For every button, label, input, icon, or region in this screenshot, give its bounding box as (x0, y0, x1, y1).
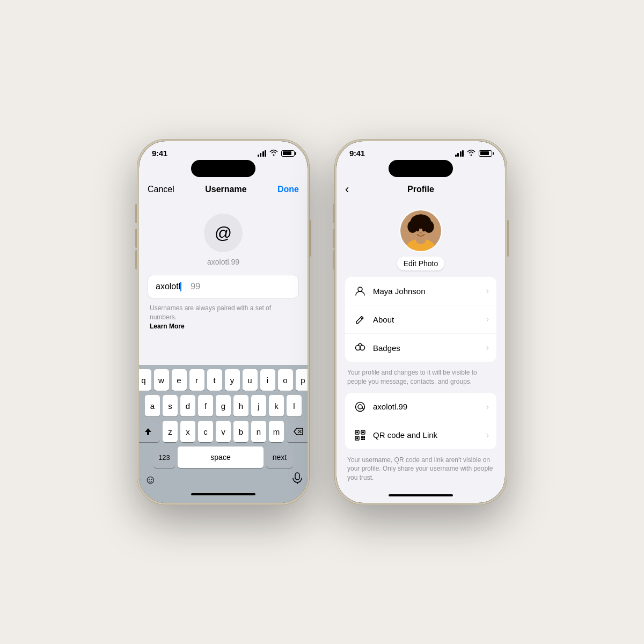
key-b[interactable]: b (233, 421, 248, 442)
key-g[interactable]: g (216, 395, 231, 416)
svg-rect-26 (361, 438, 363, 440)
profile-qr-label: QR code and Link (373, 430, 486, 440)
key-c[interactable]: c (198, 421, 213, 442)
wifi-icon-1 (269, 149, 278, 157)
profile-hint-1: Your profile and changes to it will be v… (336, 365, 505, 393)
key-j[interactable]: j (251, 395, 266, 416)
svg-point-9 (413, 215, 429, 225)
learn-more-link[interactable]: Learn More (150, 323, 185, 330)
key-q[interactable]: q (139, 369, 151, 391)
back-button[interactable]: ‹ (345, 182, 349, 196)
keyboard: q w e r t y u i o p a s (139, 365, 308, 503)
wifi-icon-2 (467, 149, 475, 157)
key-h[interactable]: h (233, 395, 248, 416)
edit-photo-button[interactable]: Edit Photo (397, 257, 445, 270)
phone-username: 9:41 (137, 140, 309, 504)
status-icons-1 (258, 149, 295, 157)
key-s[interactable]: s (163, 395, 178, 416)
key-z[interactable]: z (163, 421, 178, 442)
username-input-value: axolotl (156, 282, 180, 291)
status-bar-2: 9:41 (336, 141, 505, 160)
profile-list-2: axolotl.99 › (345, 393, 496, 449)
person-icon (353, 283, 368, 298)
profile-hint-2: Your username, QR code and link aren't v… (336, 452, 505, 489)
at-icon: @ (215, 223, 232, 243)
profile-item-qr[interactable]: QR code and Link › (345, 421, 496, 449)
delete-key[interactable] (287, 421, 308, 442)
profile-item-badges[interactable]: Badges › (345, 334, 496, 362)
svg-point-10 (416, 228, 419, 232)
profile-list-1: Maya Johnson › About (345, 277, 496, 362)
svg-point-17 (356, 402, 365, 411)
chevron-icon-qr: › (486, 430, 489, 440)
key-k[interactable]: k (269, 395, 284, 416)
home-bar-2 (389, 494, 453, 496)
svg-rect-24 (361, 436, 363, 438)
svg-point-11 (422, 228, 426, 232)
svg-rect-21 (356, 431, 358, 433)
dynamic-island-1 (191, 160, 255, 177)
key-e[interactable]: e (172, 369, 187, 391)
key-f[interactable]: f (198, 395, 213, 416)
key-v[interactable]: v (216, 421, 231, 442)
key-w[interactable]: w (154, 369, 169, 391)
key-y[interactable]: y (225, 369, 240, 391)
profile-item-about[interactable]: About › (345, 305, 496, 334)
key-i[interactable]: i (260, 369, 275, 391)
emoji-key[interactable]: ☺ (144, 473, 156, 487)
username-icon-section: @ axolotl.99 (139, 201, 308, 275)
keyboard-extras: ☺ (141, 472, 305, 490)
svg-rect-27 (363, 438, 365, 440)
at-icon-profile (353, 399, 368, 414)
shift-key[interactable] (139, 421, 160, 442)
username-display: axolotl.99 (207, 258, 239, 266)
username-hint: Usernames are always paired with a set o… (139, 298, 308, 331)
chevron-icon-name: › (486, 286, 489, 296)
home-bar-1 (191, 493, 255, 495)
status-bar-1: 9:41 (139, 141, 308, 160)
chevron-icon-badges: › (486, 343, 489, 353)
key-n[interactable]: n (251, 421, 266, 442)
status-time-2: 9:41 (349, 149, 365, 158)
profile-item-username[interactable]: axolotl.99 › (345, 393, 496, 421)
mic-key[interactable] (292, 472, 302, 487)
cursor (180, 282, 181, 291)
numbers-key[interactable]: 123 (153, 447, 175, 468)
done-button[interactable]: Done (277, 185, 299, 194)
battery-icon-2 (479, 150, 492, 157)
svg-rect-25 (363, 436, 365, 438)
chevron-icon-about: › (486, 314, 489, 324)
key-d[interactable]: d (180, 395, 195, 416)
key-u[interactable]: u (243, 369, 258, 391)
profile-item-name[interactable]: Maya Johnson › (345, 277, 496, 305)
key-a[interactable]: a (145, 395, 160, 416)
key-l[interactable]: l (287, 395, 302, 416)
profile-about-label: About (373, 315, 486, 324)
key-r[interactable]: r (189, 369, 204, 391)
keyboard-row-2: a s d f g h j k l (141, 395, 305, 416)
key-o[interactable]: o (278, 369, 293, 391)
username-input-row[interactable]: axolotl 99 (148, 275, 299, 298)
svg-point-13 (358, 287, 362, 291)
key-m[interactable]: m (269, 421, 284, 442)
profile-username-label: axolotl.99 (373, 402, 486, 411)
next-key[interactable]: next (266, 447, 293, 468)
signal-icon-1 (258, 150, 267, 157)
profile-content: Edit Photo Maya Johnson (336, 201, 505, 503)
svg-rect-0 (295, 473, 299, 480)
key-p[interactable]: p (296, 369, 308, 391)
badges-icon (353, 340, 368, 355)
svg-point-12 (419, 232, 422, 234)
key-x[interactable]: x (180, 421, 195, 442)
keyboard-row-3: z x c v b n m (141, 421, 305, 442)
status-time-1: 9:41 (152, 149, 167, 158)
key-t[interactable]: t (207, 369, 222, 391)
svg-point-16 (358, 405, 362, 409)
avatar (399, 209, 442, 252)
username-suffix: 99 (186, 282, 200, 291)
cancel-button[interactable]: Cancel (148, 185, 174, 194)
keyboard-row-1: q w e r t y u i o p (141, 369, 305, 391)
pencil-icon (353, 312, 368, 327)
svg-rect-22 (362, 431, 364, 433)
space-key[interactable]: space (178, 447, 264, 468)
